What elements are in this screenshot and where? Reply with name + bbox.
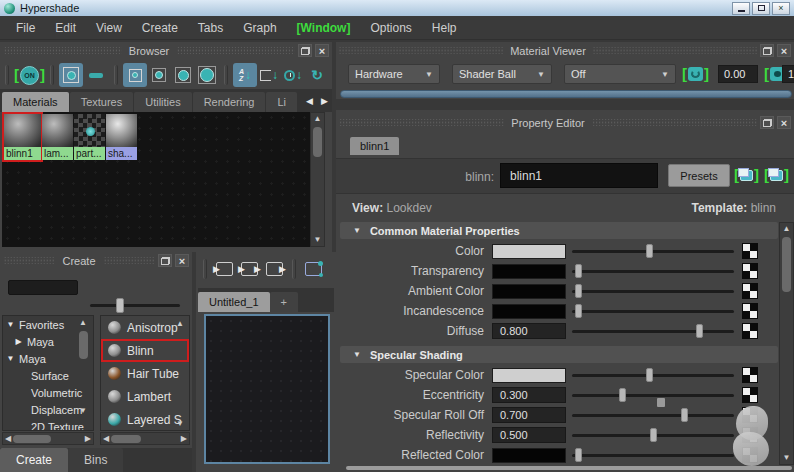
slider-handle[interactable] — [575, 304, 582, 318]
tab-bins[interactable]: Bins — [68, 448, 123, 472]
sort-by-type-icon[interactable]: ↓ — [257, 63, 281, 87]
close-panel-icon[interactable]: × — [175, 254, 189, 267]
scroll-thumb[interactable] — [13, 435, 51, 443]
color-swatch[interactable] — [492, 244, 566, 259]
scroll-up-icon[interactable]: ▲ — [783, 223, 791, 235]
input-output-connections-icon[interactable]: ▶▶ — [241, 262, 258, 276]
value-field[interactable]: 0.300 — [492, 387, 566, 403]
tabs-scroll-right-icon[interactable]: ▶ — [317, 92, 332, 110]
swatch-scrollbar[interactable]: ▲ ▼ — [310, 112, 325, 247]
slider[interactable] — [572, 407, 734, 423]
close-panel-icon[interactable]: × — [777, 44, 791, 57]
tab-rendering[interactable]: Rendering — [193, 92, 266, 112]
minimize-button[interactable] — [732, 2, 750, 15]
slider-handle[interactable] — [696, 324, 703, 338]
sort-by-name-icon[interactable]: AZ ↓ — [233, 63, 257, 87]
slider[interactable] — [572, 323, 734, 339]
material-swatch-blinn1[interactable]: blinn1 — [4, 114, 41, 160]
slider-handle[interactable] — [650, 428, 657, 442]
panel-drag-dots[interactable] — [103, 257, 155, 264]
map-button-icon[interactable] — [743, 368, 757, 382]
expander-right-icon[interactable]: ▶ — [13, 337, 24, 346]
menu-item-graph[interactable]: Graph — [233, 17, 286, 39]
float-panel-icon[interactable] — [298, 44, 312, 57]
collapse-icon[interactable]: ▼ — [353, 350, 361, 359]
map-button-icon[interactable] — [743, 244, 757, 258]
view-mode[interactable]: View: Lookdev — [352, 201, 432, 215]
scroll-up-icon[interactable]: ▲ — [79, 317, 87, 329]
map-button-icon[interactable] — [743, 324, 757, 338]
section-header[interactable]: ▼Specular Shading — [340, 346, 778, 363]
exposure-value-field[interactable]: 1.0 — [782, 65, 794, 83]
panel-drag-dots[interactable] — [339, 47, 503, 54]
scroll-thumb[interactable] — [782, 237, 791, 292]
color-swatch[interactable] — [492, 264, 566, 279]
maximize-button[interactable] — [752, 2, 770, 15]
swatch-size-slider[interactable] — [90, 304, 180, 307]
copy-tab-button[interactable]: [ ] — [764, 165, 789, 185]
map-button-icon[interactable] — [743, 264, 757, 278]
list-view-icon[interactable] — [89, 73, 103, 78]
swatch-size-xlarge-icon[interactable] — [195, 63, 219, 87]
node-item-lambert[interactable]: Lambert — [101, 385, 189, 408]
slider[interactable] — [572, 387, 734, 403]
color-swatch[interactable] — [492, 304, 566, 319]
scroll-down-icon[interactable]: ▼ — [783, 452, 791, 464]
swatches-on-toggle[interactable]: [ ON ] — [14, 66, 45, 85]
viewer-splitter[interactable] — [340, 90, 792, 98]
slider[interactable] — [572, 243, 734, 259]
property-hscrollbar[interactable] — [346, 466, 792, 470]
swatch-size-small-icon[interactable] — [123, 63, 147, 87]
node-graph-canvas[interactable] — [204, 314, 330, 464]
panel-drag-dots[interactable] — [592, 119, 757, 126]
swatch-with-label-display-icon[interactable] — [59, 63, 83, 87]
environment-dropdown[interactable]: Off ▼ — [564, 64, 676, 84]
scroll-left-icon[interactable]: ◀ — [103, 433, 109, 445]
panel-drag-dots[interactable] — [339, 119, 504, 126]
scroll-up-icon[interactable]: ▲ — [314, 113, 322, 125]
scroll-thumb[interactable] — [79, 331, 88, 359]
node-item-hair-tube[interactable]: Hair Tube — [101, 362, 189, 385]
slider-handle[interactable] — [646, 244, 653, 258]
swatch-size-large-icon[interactable] — [171, 63, 195, 87]
create-panel-titlebar[interactable]: Create × — [0, 252, 192, 269]
output-connections-icon[interactable]: ▶ — [266, 262, 283, 276]
map-button-icon[interactable] — [743, 284, 757, 298]
expander-down-icon[interactable]: ▼ — [5, 320, 16, 329]
input-connections-icon[interactable]: ▶ — [216, 262, 233, 276]
value-field[interactable]: 0.700 — [492, 407, 566, 423]
node-scroll-down-icon[interactable]: ▼ — [176, 418, 184, 430]
slider[interactable] — [572, 303, 734, 319]
menu-item-view[interactable]: View — [86, 17, 132, 39]
menu-item-window[interactable]: [Window] — [287, 17, 361, 39]
map-button-icon[interactable] — [743, 388, 757, 402]
map-button-icon[interactable] — [743, 304, 757, 318]
category-hscrollbar[interactable]: ◀ ▶ — [2, 432, 94, 445]
close-button[interactable]: × — [772, 2, 790, 15]
float-panel-icon[interactable] — [760, 44, 774, 57]
menu-item-file[interactable]: File — [6, 17, 45, 39]
menu-item-help[interactable]: Help — [422, 17, 467, 39]
color-swatch[interactable] — [492, 368, 566, 383]
spin-value-field[interactable]: 0.00 — [718, 65, 758, 83]
panel-drag-dots[interactable] — [176, 47, 295, 54]
scroll-right-icon[interactable]: ▶ — [85, 433, 91, 445]
open-new-tab-button[interactable]: [ ] — [734, 165, 759, 185]
property-editor-titlebar[interactable]: Property Editor × — [336, 114, 794, 131]
slider-handle[interactable] — [575, 448, 582, 462]
slider[interactable] — [572, 447, 734, 463]
menu-item-tabs[interactable]: Tabs — [188, 17, 233, 39]
category-item-2d-texture[interactable]: 2D Texture — [3, 418, 93, 431]
slider-handle[interactable] — [681, 408, 688, 422]
node-hscrollbar[interactable]: ◀ ▶ — [100, 432, 190, 445]
property-scrollbar[interactable]: ▲ ▼ — [779, 222, 794, 465]
scroll-left-icon[interactable]: ◀ — [5, 433, 11, 445]
scroll-thumb[interactable] — [313, 127, 322, 157]
close-panel-icon[interactable]: × — [315, 44, 329, 57]
color-swatch[interactable] — [492, 448, 566, 463]
scroll-down-icon[interactable]: ▼ — [79, 405, 87, 417]
tab-untitled-1[interactable]: Untitled_1 — [198, 292, 270, 312]
menu-item-create[interactable]: Create — [132, 17, 188, 39]
slider[interactable] — [572, 427, 734, 443]
slider[interactable] — [572, 367, 734, 383]
